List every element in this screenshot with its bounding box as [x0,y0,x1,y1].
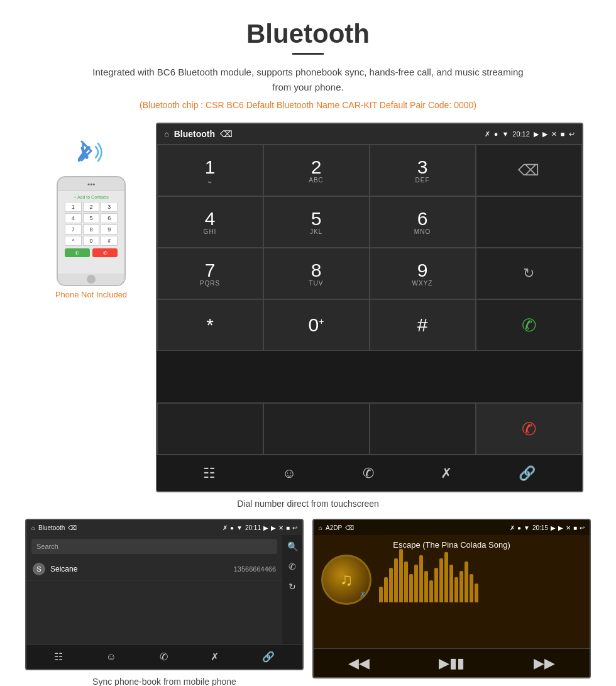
contact-name: Seicane [50,565,234,573]
dial-key-6[interactable]: 6 MNO [370,196,476,248]
statusbar-left: ⌂ Bluetooth ⌫ [165,129,233,139]
album-bt-icon: ✗ [360,590,366,599]
side-search-icon[interactable]: 🔍 [287,541,298,551]
music-cam-icon: ▶ [551,524,556,531]
music-vol-icon: ▶ [558,524,563,531]
contacts-icon[interactable]: ☺ [282,465,296,482]
eq-bar-10 [429,580,433,602]
camera-icon[interactable]: ▶ [534,130,539,138]
phone-key-1: 1 [65,202,82,212]
music-body: ♫ ✗ [321,555,582,605]
contact-row[interactable]: S Seicane 13566664466 [26,558,282,581]
music-caption: Bluetooth music compatible (Support disp… [387,683,517,686]
phone-key-star: * [65,236,82,246]
dial-key-3[interactable]: 3 DEF [370,145,476,196]
eq-bar-18 [470,574,473,602]
phone-home-button [87,275,96,284]
eq-bar-17 [465,562,468,602]
main-section: ✗ ●●● + Add to Contacts 1 2 3 4 [0,123,616,492]
eq-bar-7 [414,565,418,602]
dial-statusbar: ⌂ Bluetooth ⌫ ✗ ● ▼ 20:12 ▶ ▶ ✕ ■ ↩ [157,124,582,144]
window-icon[interactable]: ■ [561,130,565,138]
dial-empty-end3 [370,403,476,455]
grid-icon[interactable]: ☷ [203,465,216,482]
pb-user-icon[interactable]: ☺ [106,651,116,663]
dial-keypad-grid: 1 ␣ 2 ABC 3 DEF ⌫ 4 GHI 5 JKL [157,144,582,402]
statusbar-title: Bluetooth [174,129,215,139]
pb-link-icon[interactable]: 🔗 [262,651,275,663]
eq-bar-5 [404,562,408,602]
home-icon[interactable]: ⌂ [165,130,169,138]
dial-call-red-cell[interactable]: ✆ [476,403,582,455]
pb-usb-icon: ⌫ [68,524,77,531]
phonebook-main-area: Search S Seicane 13566664466 🔍 ✆ ↻ [26,535,302,644]
dial-caption: Dial number direct from touchscreen [0,499,616,509]
eq-bar-3 [394,558,398,602]
phone-call-button: ✆ [65,248,90,257]
eq-bar-2 [389,568,393,602]
phone-key-3: 3 [101,202,118,212]
dial-key-5[interactable]: 5 JKL [263,196,370,248]
phone-call-buttons: ✆ ✆ [65,248,118,257]
music-content-area: Escape (The Pina Colada Song) ♫ ✗ [314,535,590,648]
phonebook-caption-line1: Sync phone-book from mobile phone [92,675,236,686]
close-icon[interactable]: ✕ [551,130,557,138]
pb-home-icon: ⌂ [31,524,35,531]
usb-icon: ⌫ [220,129,233,139]
bluetooth-status-icon: ✗ [485,130,490,138]
phone-add-contact-label: + Add to Contacts [74,195,108,199]
dial-key-1[interactable]: 1 ␣ [157,145,263,196]
bt-icon[interactable]: ✗ [441,465,452,482]
dial-empty-end2 [263,403,370,455]
music-screenshot-block: ⌂ A2DP ⌫ ✗ ● ▼ 20:15 ▶ ▶ ✕ ■ ↩ Escape (T… [312,519,591,686]
next-track-icon[interactable]: ▶▶ [534,655,555,672]
music-wifi-icon: ▼ [524,524,530,531]
page-title: Bluetooth [0,0,616,53]
pb-title: Bluetooth [38,524,65,531]
eq-bar-19 [475,584,478,602]
subtitle-text: Integrated with BC6 Bluetooth module, su… [88,65,528,95]
volume-icon[interactable]: ▶ [542,130,547,138]
music-x-icon: ✕ [566,524,571,531]
dial-key-0[interactable]: 0+ [263,299,370,351]
phone-key-5: 5 [83,213,100,223]
side-phone-icon[interactable]: ✆ [289,562,296,572]
play-pause-icon[interactable]: ▶▮▮ [439,655,465,672]
phone-not-included-label: Phone Not Included [55,290,127,299]
back-icon[interactable]: ↩ [569,130,575,138]
prev-track-icon[interactable]: ◀◀ [348,655,370,672]
pb-loc-icon: ● [230,524,234,531]
album-art: ♫ ✗ [321,555,371,605]
search-bar[interactable]: Search [31,539,277,554]
eq-bar-4 [399,549,403,602]
music-usb-icon: ⌫ [345,524,354,531]
phonebook-screenshot-block: ⌂ Bluetooth ⌫ ✗ ● ▼ 20:11 ▶ ▶ ✕ ■ ↩ [25,519,304,686]
dial-key-4[interactable]: 4 GHI [157,196,263,248]
dial-key-star[interactable]: * [157,299,263,351]
dial-key-8[interactable]: 8 TUV [263,248,370,299]
side-refresh-icon[interactable]: ↻ [289,582,296,592]
phonebook-bottom-bar: ☷ ☺ ✆ ✗ 🔗 [26,644,302,669]
dial-key-9[interactable]: 9 WXYZ [370,248,476,299]
pb-bluetooth-icon[interactable]: ✗ [211,651,219,663]
pb-time: 20:11 [245,524,261,531]
music-bt-icon: ✗ [510,524,515,531]
dial-call-green-cell[interactable]: ✆ [476,299,582,351]
dial-key-2[interactable]: 2 ABC [263,145,370,196]
pb-phone-icon[interactable]: ✆ [160,651,168,663]
music-statusbar: ⌂ A2DP ⌫ ✗ ● ▼ 20:15 ▶ ▶ ✕ ■ ↩ [314,520,590,535]
dial-key-7[interactable]: 7 PQRS [157,248,263,299]
eq-bar-6 [409,574,413,602]
pb-grid-icon[interactable]: ☷ [54,651,63,663]
music-win-icon: ■ [573,524,577,531]
phone-top-bar: ●●● [58,177,124,191]
pb-bt-icon: ✗ [223,524,228,531]
phonebook-statusbar: ⌂ Bluetooth ⌫ ✗ ● ▼ 20:11 ▶ ▶ ✕ ■ ↩ [26,520,302,535]
music-caption-line1: Bluetooth music compatible [387,683,517,686]
phone-icon[interactable]: ✆ [363,465,374,482]
phone-key-0: 0 [83,236,100,246]
dial-key-hash[interactable]: # [370,299,476,351]
phone-key-hash: # [101,236,118,246]
music-screen: ⌂ A2DP ⌫ ✗ ● ▼ 20:15 ▶ ▶ ✕ ■ ↩ Escape (T… [312,519,591,678]
link-icon[interactable]: 🔗 [519,465,536,482]
